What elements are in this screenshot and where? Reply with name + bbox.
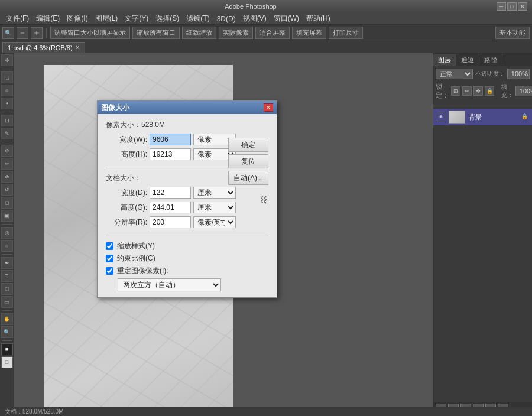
menu-select[interactable]: 选择(S) <box>152 12 183 25</box>
tab-paths[interactable]: 路径 <box>479 54 502 66</box>
marquee-tool[interactable]: ⬚ <box>1 72 13 83</box>
right-panel: 图层 通道 路径 正常 不透明度： 锁定： ⊡ ✏ ✜ 🔒 <box>433 53 532 416</box>
print-size-btn[interactable]: 打印尺寸 <box>329 27 363 39</box>
crop-tool[interactable]: ⊡ <box>1 115 13 126</box>
blur-tool[interactable]: ◎ <box>1 227 13 239</box>
height-input[interactable] <box>150 148 191 160</box>
lasso-tool[interactable]: ⌾ <box>1 84 13 96</box>
tab-layers[interactable]: 图层 <box>433 54 456 66</box>
lock-position-icon[interactable]: ✜ <box>473 86 483 96</box>
move-tool[interactable]: ✜ <box>1 54 13 66</box>
dialog-buttons: 确定 复位 自动(A)... <box>228 138 268 185</box>
clone-tool[interactable]: ⊗ <box>1 171 13 183</box>
minimize-btn[interactable]: ─ <box>497 2 506 11</box>
type-tool[interactable]: T <box>1 270 13 282</box>
menu-layer[interactable]: 图层(L) <box>92 12 122 25</box>
menu-type[interactable]: 文字(Y) <box>121 12 152 25</box>
pixel-size-title: 像素大小：528.0M <box>106 120 268 130</box>
section-separator-2 <box>106 236 268 236</box>
hand-tool[interactable]: ✋ <box>1 313 13 325</box>
opacity-label: 不透明度： <box>475 70 505 78</box>
menu-3d[interactable]: 3D(D) <box>213 14 239 24</box>
menu-image[interactable]: 图像(I) <box>63 12 91 25</box>
resample-method-row: 两次立方（自动） <box>118 278 268 291</box>
resolution-input[interactable] <box>150 216 191 228</box>
scale-styles-checkbox[interactable] <box>106 242 113 250</box>
tab-close-btn[interactable]: ✕ <box>75 44 80 51</box>
eraser-tool[interactable]: ◻ <box>1 197 13 209</box>
fit-window-btn[interactable]: 调整窗口大小以满屏显示 <box>50 27 130 39</box>
actual-pixels-btn[interactable]: 实际像素 <box>219 27 253 39</box>
zoom-tool[interactable]: 🔍 <box>1 326 13 338</box>
menu-window[interactable]: 窗口(W) <box>270 12 303 25</box>
toolbox: ✜ ⬚ ⌾ ✦ ⊡ ✎ ⊕ ✏ ⊗ ↺ ◻ ▣ ◎ ○ ✒ T ⬡ ▭ ✋ 🔍 … <box>0 53 14 416</box>
eyedropper-tool[interactable]: ✎ <box>1 128 13 139</box>
toolbar: 🔍 － ＋ 调整窗口大小以满屏显示 缩放所有窗口 细致缩放 实际像素 适合屏幕 … <box>0 25 532 41</box>
close-btn[interactable]: ✕ <box>518 2 527 11</box>
doc-width-input[interactable] <box>150 187 191 199</box>
menu-filter[interactable]: 滤镜(T) <box>183 12 213 25</box>
menu-edit[interactable]: 编辑(E) <box>33 12 63 25</box>
doc-height-unit-select[interactable]: 厘米 <box>193 202 236 213</box>
tab-channels[interactable]: 通道 <box>456 54 479 66</box>
lock-all-icon[interactable]: 🔒 <box>485 86 494 96</box>
path-tool[interactable]: ⬡ <box>1 283 13 295</box>
lock-pixels-icon[interactable]: ✏ <box>462 86 472 96</box>
doc-height-input[interactable] <box>150 202 191 213</box>
menu-file[interactable]: 文件(F) <box>2 12 33 25</box>
layer-visibility-eye[interactable]: 👁 <box>437 113 445 121</box>
fit-all-btn[interactable]: 缩放所有窗口 <box>132 27 180 39</box>
detail-btn[interactable]: 细致缩放 <box>182 27 216 39</box>
canvas-area: 图像大小 ✕ 确定 复位 自动(A)... 像素大小：528.0M <box>14 53 433 416</box>
layer-lock-icon: 🔒 <box>521 113 528 121</box>
fill-screen-btn[interactable]: 填充屏幕 <box>292 27 326 39</box>
menu-view[interactable]: 视图(V) <box>239 12 270 25</box>
history-tool[interactable]: ↺ <box>1 184 13 196</box>
reset-button[interactable]: 复位 <box>228 154 268 168</box>
resolution-unit-select[interactable]: 像素/英寸 <box>193 216 236 228</box>
resample-checkbox[interactable] <box>106 267 113 275</box>
dialog-body: 确定 复位 自动(A)... 像素大小：528.0M 宽度(W): <box>98 114 277 297</box>
document-tab[interactable]: 1.psd @ 4.6%(RGB/8) ✕ <box>2 42 85 53</box>
lock-icons: ⊡ ✏ ✜ 🔒 <box>451 86 494 96</box>
tool-sep-5 <box>2 254 12 255</box>
bg-color[interactable]: □ <box>1 356 13 368</box>
window-controls: ─ □ ✕ <box>497 2 527 11</box>
pen-tool[interactable]: ✒ <box>1 257 13 269</box>
menu-help[interactable]: 帮助(H) <box>303 12 334 25</box>
dodge-tool[interactable]: ○ <box>1 240 13 252</box>
doc-height-row: 高度(G): 厘米 <box>106 202 258 213</box>
gradient-tool[interactable]: ▣ <box>1 210 13 222</box>
fit-screen-btn[interactable]: 适合屏幕 <box>255 27 290 39</box>
opacity-input[interactable] <box>507 69 530 79</box>
constrain-props-checkbox[interactable] <box>106 255 113 262</box>
shape-tool[interactable]: ▭ <box>1 296 13 308</box>
zoom-out-btn[interactable]: － <box>17 27 28 39</box>
fill-input[interactable] <box>515 86 532 96</box>
wand-tool[interactable]: ✦ <box>1 98 13 109</box>
zoom-in-btn[interactable]: ＋ <box>31 27 43 39</box>
brush-tool[interactable]: ✏ <box>1 158 13 170</box>
tool-sep-7 <box>2 340 12 341</box>
zoom-tool-icon[interactable]: 🔍 <box>2 27 14 39</box>
auto-button[interactable]: 自动(A)... <box>228 171 268 185</box>
layer-name: 背景 <box>469 113 518 122</box>
resample-method-select[interactable]: 两次立方（自动） <box>118 278 221 291</box>
workspace-btn[interactable]: 基本功能 <box>495 27 530 39</box>
width-input[interactable] <box>150 134 191 145</box>
menu-bar: 文件(F) 编辑(E) 图像(I) 图层(L) 文字(Y) 选择(S) 滤镜(T… <box>0 13 532 25</box>
doc-width-unit-select[interactable]: 厘米 <box>193 187 236 199</box>
heal-tool[interactable]: ⊕ <box>1 145 13 157</box>
doc-height-label: 高度(G): <box>106 203 147 213</box>
tool-sep-2 <box>2 112 12 112</box>
lock-transparent-icon[interactable]: ⊡ <box>451 86 460 96</box>
maximize-btn[interactable]: □ <box>507 2 517 11</box>
panel-tabs: 图层 通道 路径 <box>433 53 532 66</box>
ok-button[interactable]: 确定 <box>228 138 268 152</box>
blend-mode-select[interactable]: 正常 <box>436 69 473 79</box>
dialog-close-btn[interactable]: ✕ <box>264 103 273 112</box>
title-bar: Adobe Photoshop ─ □ ✕ <box>0 0 532 13</box>
dialog-overlay: 图像大小 ✕ 确定 复位 自动(A)... 像素大小：528.0M <box>14 53 433 416</box>
fg-color[interactable]: ■ <box>1 343 13 355</box>
scale-styles-row: 缩放样式(Y) <box>106 241 268 251</box>
